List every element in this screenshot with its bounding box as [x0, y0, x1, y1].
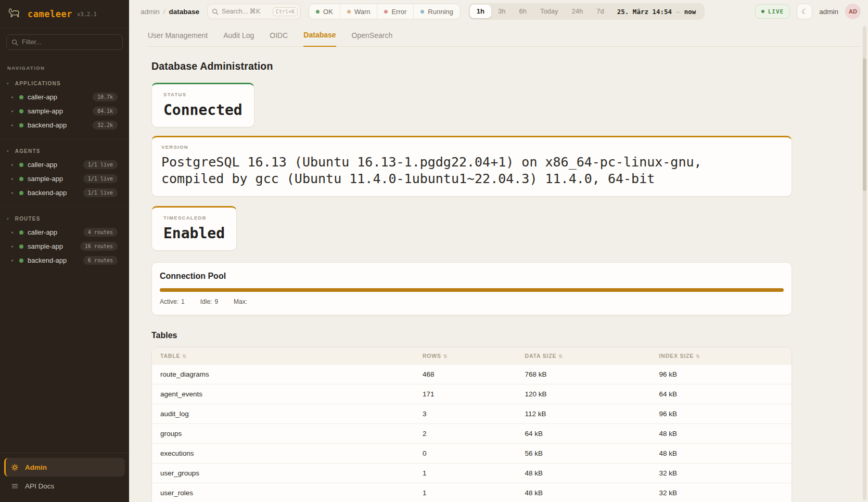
section-header-agents[interactable]: ▾ AGENTS [0, 144, 129, 158]
sidebar-item-backend-app[interactable]: ▸ backend-app 32.2k [0, 118, 129, 132]
topbar-right: LIVE ☾ admin AD [755, 4, 861, 19]
cell-rows: 1 [414, 463, 517, 483]
user-name[interactable]: admin [819, 8, 838, 16]
search-icon [11, 39, 18, 46]
live-toggle[interactable]: LIVE [755, 4, 790, 19]
gear-icon [11, 464, 19, 471]
sidebar-item-backend-app-agent[interactable]: ▸ backend-app 1/1 live [0, 186, 129, 200]
tab-opensearch[interactable]: OpenSearch [352, 31, 393, 46]
avatar[interactable]: AD [845, 4, 861, 19]
cell-index-size: 32 kB [651, 483, 792, 502]
time-range-6h[interactable]: 6h [512, 5, 533, 18]
cell-data-size: 56 kB [517, 443, 651, 463]
tab-database[interactable]: Database [303, 31, 336, 47]
cell-index-size: 96 kB [651, 364, 792, 384]
chevron-down-icon: ▾ [7, 149, 9, 153]
sort-icon: ⇅ [696, 354, 700, 359]
column-header-index-size[interactable]: INDEX SIZE⇅ [651, 347, 792, 365]
column-header-data-size[interactable]: DATA SIZE⇅ [517, 347, 651, 365]
ok-dot-icon [316, 10, 320, 14]
count-badge: 84.1k [93, 107, 118, 115]
sidebar-item-caller-app-agent[interactable]: ▸ caller-app 1/1 live [0, 158, 129, 172]
sidebar-item-label: backend-app [28, 189, 67, 197]
time-range-24h[interactable]: 24h [565, 5, 590, 18]
time-display[interactable]: 25. März 14:54 – now [611, 8, 703, 16]
pool-idle-value: 9 [214, 298, 218, 305]
time-separator: – [676, 8, 680, 16]
column-header-table[interactable]: TABLE⇅ [152, 347, 414, 365]
time-range-control: 1h 3h 6h Today 24h 7d 25. März 14:54 – n… [468, 3, 705, 20]
page-content: Database Administration STATUS Connected… [129, 47, 868, 502]
cell-data-size: 112 kB [517, 404, 651, 423]
sidebar-item-sample-app-routes[interactable]: ▸ sample-app 16 routes [0, 239, 129, 253]
timescaledb-card-label: TIMESCALEDB [163, 215, 225, 221]
chevron-right-icon: ▸ [11, 190, 15, 195]
tables-section-title: Tables [151, 331, 792, 340]
filter-chip-error[interactable]: Error [377, 4, 413, 19]
section-header-routes[interactable]: ▾ ROUTES [0, 212, 129, 225]
cell-index-size: 48 kB [651, 423, 792, 443]
sidebar-item-caller-app[interactable]: ▸ caller-app 10.7k [0, 90, 129, 104]
time-range-today[interactable]: Today [533, 5, 565, 18]
status-dot [19, 109, 23, 113]
pool-active-label: Active: [160, 298, 178, 305]
search-input[interactable] [222, 8, 270, 15]
cameleer-logo-icon [7, 7, 23, 21]
live-label: LIVE [768, 8, 784, 15]
cell-rows: 0 [414, 443, 517, 463]
filter-chip-ok[interactable]: OK [309, 4, 340, 19]
time-range-7d[interactable]: 7d [590, 5, 610, 18]
tab-audit-log[interactable]: Audit Log [223, 31, 254, 46]
table-row: executions 0 56 kB 48 kB [152, 443, 792, 463]
tab-oidc[interactable]: OIDC [270, 31, 288, 46]
app-version: v3.2.1 [77, 11, 97, 17]
count-badge: 10.7k [93, 93, 118, 101]
time-range-1h[interactable]: 1h [470, 5, 491, 18]
filter-chip-warn[interactable]: Warn [340, 4, 377, 19]
breadcrumb-separator: / [163, 8, 165, 16]
filter-chip-label: Running [428, 8, 453, 16]
sidebar-item-sample-app[interactable]: ▸ sample-app 84.1k [0, 104, 129, 118]
sidebar-item-label: backend-app [28, 256, 67, 264]
admin-tabs: User Management Audit Log OIDC Database … [148, 23, 861, 47]
status-filter-group: OK Warn Error Running [309, 4, 461, 19]
table-row: audit_log 3 112 kB 96 kB [152, 404, 792, 423]
status-dot [19, 177, 23, 181]
sidebar-item-api-docs[interactable]: API Docs [4, 477, 125, 495]
section-header-applications[interactable]: ▾ APPLICATIONS [0, 76, 129, 90]
cell-rows: 171 [414, 384, 517, 404]
cell-data-size: 64 kB [517, 423, 651, 443]
column-header-rows[interactable]: ROWS⇅ [414, 347, 517, 365]
cell-table-name: user_roles [152, 483, 414, 502]
sidebar-filter [6, 34, 123, 50]
chevron-right-icon: ▸ [11, 95, 15, 99]
time-range-3h[interactable]: 3h [491, 5, 512, 18]
sidebar-footer: Admin API Docs [0, 453, 129, 502]
sidebar-item-admin[interactable]: Admin [4, 458, 125, 477]
tables-table: TABLE⇅ ROWS⇅ DATA SIZE⇅ INDEX SIZE⇅ rout… [152, 347, 792, 502]
tab-user-management[interactable]: User Management [148, 31, 208, 46]
theme-toggle-button[interactable]: ☾ [797, 4, 812, 19]
breadcrumb-admin[interactable]: admin [141, 8, 160, 16]
chevron-down-icon: ▾ [7, 217, 9, 221]
cell-rows: 1 [414, 483, 517, 502]
cell-data-size: 768 kB [517, 364, 651, 384]
app-name: cameleer [28, 9, 72, 19]
cell-rows: 2 [414, 423, 517, 443]
time-to: now [684, 8, 696, 16]
sidebar-item-sample-app-agent[interactable]: ▸ sample-app 1/1 live [0, 172, 129, 186]
filter-chip-label: Error [391, 8, 406, 16]
sidebar-item-label: caller-app [28, 228, 57, 236]
global-search: Ctrl+K [207, 4, 301, 19]
sidebar-item-backend-app-routes[interactable]: ▸ backend-app 6 routes [0, 253, 129, 267]
table-row: groups 2 64 kB 48 kB [152, 423, 792, 443]
status-dot [19, 230, 23, 235]
live-badge: 1/1 live [83, 188, 118, 197]
filter-chip-running[interactable]: Running [413, 4, 459, 19]
table-row: user_roles 1 48 kB 32 kB [152, 483, 792, 502]
sidebar-item-caller-app-routes[interactable]: ▸ caller-app 4 routes [0, 225, 129, 239]
filter-input[interactable] [22, 38, 118, 46]
table-row: agent_events 171 120 kB 64 kB [152, 384, 792, 404]
cell-table-name: audit_log [152, 404, 414, 423]
scrollbar-thumb[interactable] [863, 58, 866, 191]
